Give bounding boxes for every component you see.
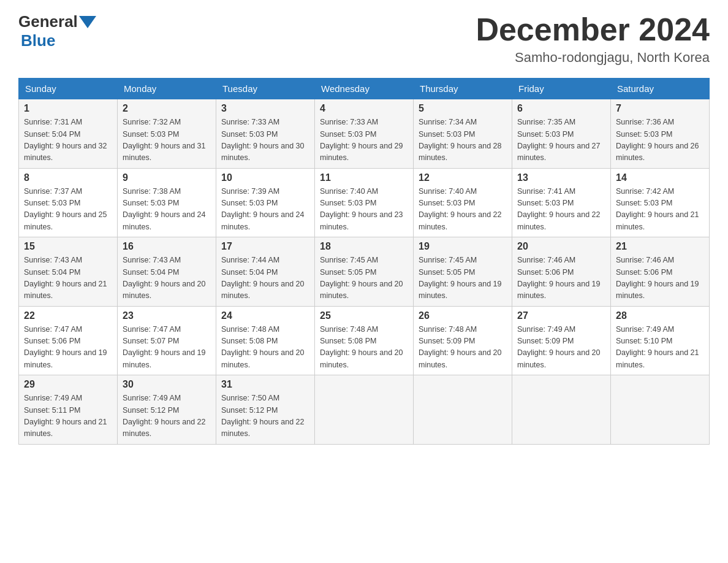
day-number: 20 xyxy=(517,241,605,252)
logo-blue-text: Blue xyxy=(21,31,55,50)
day-number: 30 xyxy=(123,379,211,390)
day-number: 10 xyxy=(221,172,309,183)
calendar-cell: 31Sunrise: 7:50 AMSunset: 5:12 PMDayligh… xyxy=(216,375,315,445)
calendar-week-5: 29Sunrise: 7:49 AMSunset: 5:11 PMDayligh… xyxy=(19,375,710,445)
day-number: 9 xyxy=(123,172,211,183)
day-info: Sunrise: 7:48 AMSunset: 5:09 PMDaylight:… xyxy=(419,324,507,372)
day-number: 5 xyxy=(419,103,507,114)
day-number: 1 xyxy=(24,103,112,114)
day-info: Sunrise: 7:46 AMSunset: 5:06 PMDaylight:… xyxy=(616,255,704,302)
day-info: Sunrise: 7:40 AMSunset: 5:03 PMDaylight:… xyxy=(320,186,408,234)
calendar-table: Sunday Monday Tuesday Wednesday Thursday… xyxy=(18,78,710,445)
calendar-cell: 1Sunrise: 7:31 AMSunset: 5:04 PMDaylight… xyxy=(19,99,118,169)
day-info: Sunrise: 7:39 AMSunset: 5:03 PMDaylight:… xyxy=(221,186,309,234)
day-number: 7 xyxy=(616,103,704,114)
calendar-cell xyxy=(414,375,512,445)
day-number: 13 xyxy=(517,172,605,183)
col-sunday: Sunday xyxy=(19,79,118,99)
calendar-cell: 13Sunrise: 7:41 AMSunset: 5:03 PMDayligh… xyxy=(512,168,611,237)
page-header: General Blue December 2024 Samho-rodongj… xyxy=(18,12,710,66)
day-number: 25 xyxy=(320,310,408,321)
calendar-cell: 29Sunrise: 7:49 AMSunset: 5:11 PMDayligh… xyxy=(19,375,118,445)
day-number: 28 xyxy=(616,310,704,321)
day-info: Sunrise: 7:32 AMSunset: 5:03 PMDaylight:… xyxy=(123,117,211,164)
calendar-cell: 10Sunrise: 7:39 AMSunset: 5:03 PMDayligh… xyxy=(216,168,315,237)
day-info: Sunrise: 7:45 AMSunset: 5:05 PMDaylight:… xyxy=(320,255,408,302)
calendar-cell: 15Sunrise: 7:43 AMSunset: 5:04 PMDayligh… xyxy=(19,237,118,307)
col-wednesday: Wednesday xyxy=(315,79,414,99)
calendar-cell: 14Sunrise: 7:42 AMSunset: 5:03 PMDayligh… xyxy=(611,168,710,237)
col-thursday: Thursday xyxy=(414,79,512,99)
day-info: Sunrise: 7:49 AMSunset: 5:12 PMDaylight:… xyxy=(123,393,211,440)
calendar-week-3: 15Sunrise: 7:43 AMSunset: 5:04 PMDayligh… xyxy=(19,237,710,307)
day-number: 31 xyxy=(221,379,309,390)
calendar-cell: 30Sunrise: 7:49 AMSunset: 5:12 PMDayligh… xyxy=(118,375,216,445)
day-number: 11 xyxy=(320,172,408,183)
calendar-cell: 21Sunrise: 7:46 AMSunset: 5:06 PMDayligh… xyxy=(611,237,710,307)
day-number: 26 xyxy=(419,310,507,321)
day-info: Sunrise: 7:48 AMSunset: 5:08 PMDaylight:… xyxy=(221,324,309,372)
day-info: Sunrise: 7:34 AMSunset: 5:03 PMDaylight:… xyxy=(419,117,507,164)
day-number: 23 xyxy=(123,310,211,321)
day-number: 12 xyxy=(419,172,507,183)
day-info: Sunrise: 7:38 AMSunset: 5:03 PMDaylight:… xyxy=(123,186,211,234)
day-info: Sunrise: 7:49 AMSunset: 5:09 PMDaylight:… xyxy=(517,324,605,372)
day-info: Sunrise: 7:33 AMSunset: 5:03 PMDaylight:… xyxy=(221,117,309,164)
month-title: December 2024 xyxy=(476,12,710,47)
day-info: Sunrise: 7:33 AMSunset: 5:03 PMDaylight:… xyxy=(320,117,408,164)
calendar-cell: 20Sunrise: 7:46 AMSunset: 5:06 PMDayligh… xyxy=(512,237,611,307)
location-title: Samho-rodongjagu, North Korea xyxy=(476,50,710,66)
day-number: 19 xyxy=(419,241,507,252)
day-number: 22 xyxy=(24,310,112,321)
day-number: 29 xyxy=(24,379,112,390)
day-info: Sunrise: 7:36 AMSunset: 5:03 PMDaylight:… xyxy=(616,117,704,164)
logo-general-text: General xyxy=(18,12,78,31)
title-area: December 2024 Samho-rodongjagu, North Ko… xyxy=(476,12,710,66)
day-info: Sunrise: 7:35 AMSunset: 5:03 PMDaylight:… xyxy=(517,117,605,164)
calendar-cell: 18Sunrise: 7:45 AMSunset: 5:05 PMDayligh… xyxy=(315,237,414,307)
day-number: 14 xyxy=(616,172,704,183)
day-number: 2 xyxy=(123,103,211,114)
day-info: Sunrise: 7:49 AMSunset: 5:10 PMDaylight:… xyxy=(616,324,704,372)
calendar-cell: 7Sunrise: 7:36 AMSunset: 5:03 PMDaylight… xyxy=(611,99,710,169)
col-saturday: Saturday xyxy=(611,79,710,99)
day-number: 3 xyxy=(221,103,309,114)
day-number: 8 xyxy=(24,172,112,183)
day-info: Sunrise: 7:42 AMSunset: 5:03 PMDaylight:… xyxy=(616,186,704,234)
calendar-cell xyxy=(512,375,611,445)
calendar-cell: 26Sunrise: 7:48 AMSunset: 5:09 PMDayligh… xyxy=(414,306,512,375)
day-number: 21 xyxy=(616,241,704,252)
calendar-cell: 4Sunrise: 7:33 AMSunset: 5:03 PMDaylight… xyxy=(315,99,414,169)
day-info: Sunrise: 7:44 AMSunset: 5:04 PMDaylight:… xyxy=(221,255,309,302)
day-info: Sunrise: 7:46 AMSunset: 5:06 PMDaylight:… xyxy=(517,255,605,302)
day-info: Sunrise: 7:45 AMSunset: 5:05 PMDaylight:… xyxy=(419,255,507,302)
calendar-cell: 8Sunrise: 7:37 AMSunset: 5:03 PMDaylight… xyxy=(19,168,118,237)
day-info: Sunrise: 7:40 AMSunset: 5:03 PMDaylight:… xyxy=(419,186,507,234)
day-info: Sunrise: 7:48 AMSunset: 5:08 PMDaylight:… xyxy=(320,324,408,372)
col-tuesday: Tuesday xyxy=(216,79,315,99)
calendar-cell: 2Sunrise: 7:32 AMSunset: 5:03 PMDaylight… xyxy=(118,99,216,169)
logo-triangle-icon xyxy=(79,16,96,28)
day-number: 24 xyxy=(221,310,309,321)
day-info: Sunrise: 7:41 AMSunset: 5:03 PMDaylight:… xyxy=(517,186,605,234)
day-info: Sunrise: 7:31 AMSunset: 5:04 PMDaylight:… xyxy=(24,117,112,164)
calendar-cell: 27Sunrise: 7:49 AMSunset: 5:09 PMDayligh… xyxy=(512,306,611,375)
calendar-week-2: 8Sunrise: 7:37 AMSunset: 5:03 PMDaylight… xyxy=(19,168,710,237)
day-number: 27 xyxy=(517,310,605,321)
calendar-cell: 23Sunrise: 7:47 AMSunset: 5:07 PMDayligh… xyxy=(118,306,216,375)
day-number: 18 xyxy=(320,241,408,252)
day-info: Sunrise: 7:47 AMSunset: 5:07 PMDaylight:… xyxy=(123,324,211,372)
calendar-cell: 3Sunrise: 7:33 AMSunset: 5:03 PMDaylight… xyxy=(216,99,315,169)
day-info: Sunrise: 7:37 AMSunset: 5:03 PMDaylight:… xyxy=(24,186,112,234)
calendar-cell: 11Sunrise: 7:40 AMSunset: 5:03 PMDayligh… xyxy=(315,168,414,237)
calendar-week-1: 1Sunrise: 7:31 AMSunset: 5:04 PMDaylight… xyxy=(19,99,710,169)
calendar-cell: 12Sunrise: 7:40 AMSunset: 5:03 PMDayligh… xyxy=(414,168,512,237)
day-info: Sunrise: 7:43 AMSunset: 5:04 PMDaylight:… xyxy=(123,255,211,302)
day-number: 15 xyxy=(24,241,112,252)
day-info: Sunrise: 7:49 AMSunset: 5:11 PMDaylight:… xyxy=(24,393,112,440)
logo-text: General xyxy=(18,12,97,31)
day-number: 6 xyxy=(517,103,605,114)
calendar-week-4: 22Sunrise: 7:47 AMSunset: 5:06 PMDayligh… xyxy=(19,306,710,375)
calendar-cell: 28Sunrise: 7:49 AMSunset: 5:10 PMDayligh… xyxy=(611,306,710,375)
day-number: 16 xyxy=(123,241,211,252)
